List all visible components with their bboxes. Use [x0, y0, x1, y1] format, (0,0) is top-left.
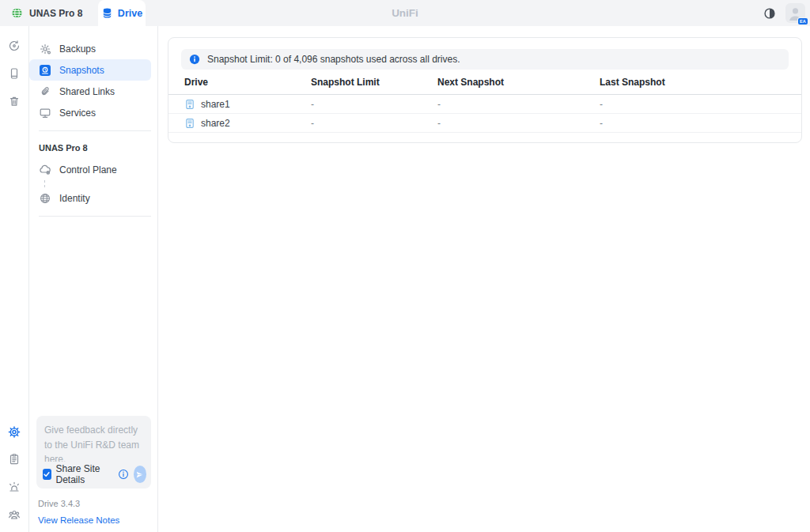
history-icon[interactable] [8, 40, 21, 52]
tree-connector [44, 180, 157, 187]
drive-share-icon [184, 118, 195, 129]
info-circle-icon [189, 54, 200, 65]
feedback-input[interactable] [36, 416, 151, 462]
sidebar-item-services[interactable]: Services [29, 102, 151, 123]
sidebar-section-label: UNAS Pro 8 [29, 138, 157, 159]
sidebar-divider [39, 216, 151, 217]
sidebar-item-label: Shared Links [59, 86, 115, 97]
column-header-drive: Drive [184, 77, 311, 88]
sidebar-item-snapshots[interactable]: Snapshots [29, 59, 151, 81]
sidebar-item-shared-links[interactable]: Shared Links [29, 81, 151, 102]
share-site-details-label: Share Site Details [56, 463, 113, 485]
last-snapshot-value: - [600, 118, 785, 129]
column-header-next-snapshot: Next Snapshot [437, 77, 600, 88]
cloud-gear-icon [39, 164, 51, 176]
last-snapshot-value: - [600, 99, 785, 110]
snapshot-limit-banner: Snapshot Limit: 0 of 4,096 snapshots use… [181, 49, 789, 70]
next-snapshot-value: - [437, 99, 600, 110]
table-header: Drive Snapshot Limit Next Snapshot Last … [168, 70, 801, 95]
table-row[interactable]: share1 - - - [168, 95, 801, 114]
database-icon [101, 7, 113, 19]
feedback-box: Share Site Details [36, 416, 151, 489]
drive-name: share2 [201, 118, 230, 129]
snapshots-icon [39, 64, 51, 77]
sidebar-item-label: Identity [59, 193, 90, 204]
banner-text: Snapshot Limit: 0 of 4,096 snapshots use… [207, 54, 460, 65]
tab-drive-label: Drive [118, 8, 142, 19]
sidebar: Backups Snapshots Shared Links Services … [29, 26, 158, 532]
alerts-siren-icon[interactable] [8, 481, 21, 493]
view-release-notes-link[interactable]: View Release Notes [38, 515, 119, 525]
table-row[interactable]: share2 - - - [168, 114, 801, 133]
drive-share-icon [184, 99, 195, 110]
column-header-snapshot-limit: Snapshot Limit [311, 77, 437, 88]
drive-name: share1 [201, 99, 230, 110]
sidebar-item-label: Control Plane [59, 164, 117, 175]
sidebar-item-identity[interactable]: Identity [29, 187, 151, 209]
settings-gear-icon[interactable] [8, 425, 21, 438]
backups-icon [39, 43, 51, 55]
drive-device-icon[interactable] [8, 67, 21, 80]
next-snapshot-value: - [437, 118, 600, 129]
snapshots-card: Snapshot Limit: 0 of 4,096 snapshots use… [168, 37, 802, 143]
app-version: Drive 3.4.3 [38, 499, 151, 508]
globe-icon [11, 7, 23, 19]
sidebar-item-control-plane[interactable]: Control Plane [29, 159, 151, 180]
tab-drive[interactable]: Drive [98, 0, 146, 26]
avatar[interactable]: EA [785, 3, 805, 23]
column-header-last-snapshot: Last Snapshot [600, 77, 785, 88]
trash-icon[interactable] [8, 95, 21, 108]
main-content: Snapshot Limit: 0 of 4,096 snapshots use… [158, 26, 810, 532]
share-site-details-checkbox[interactable] [43, 469, 51, 480]
left-rail [0, 26, 29, 532]
send-feedback-button[interactable] [134, 466, 147, 483]
sidebar-item-backups[interactable]: Backups [29, 38, 151, 59]
site-name: UNAS Pro 8 [29, 8, 82, 19]
admins-users-icon[interactable] [8, 508, 21, 521]
snapshot-limit-value: - [311, 99, 437, 110]
paper-plane-icon [135, 470, 144, 479]
monitor-icon [39, 107, 51, 119]
sidebar-item-label: Services [59, 108, 96, 119]
logs-clipboard-icon[interactable] [8, 453, 21, 466]
site-switcher[interactable]: UNAS Pro 8 [11, 0, 106, 26]
sidebar-divider [39, 130, 151, 131]
sidebar-item-label: Backups [59, 43, 96, 55]
identity-globe-icon [39, 192, 51, 205]
link-icon [39, 85, 51, 98]
avatar-badge: EA [798, 18, 808, 25]
info-icon[interactable] [118, 469, 129, 480]
theme-toggle-icon[interactable] [763, 7, 776, 20]
top-bar: UNAS Pro 8 Drive UniFi EA [0, 0, 810, 26]
snapshot-limit-value: - [311, 118, 437, 129]
sidebar-item-label: Snapshots [59, 65, 104, 76]
